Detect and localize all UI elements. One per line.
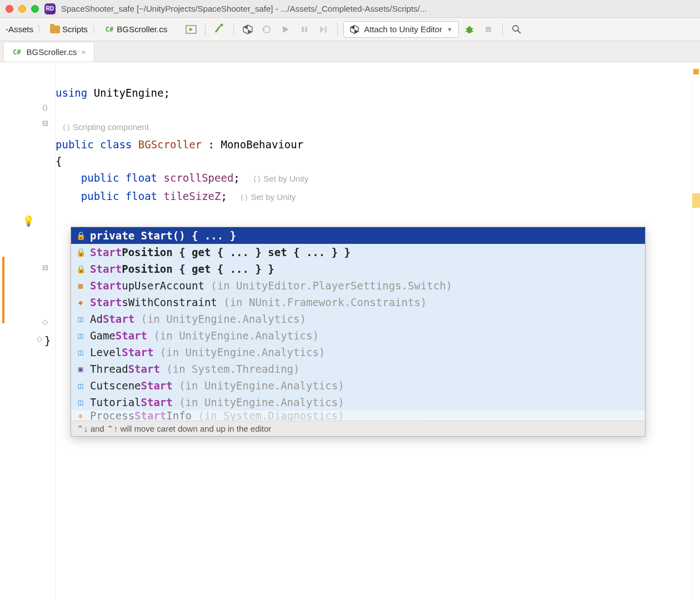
completion-item[interactable]: 🔒private Start() { ... } bbox=[71, 227, 645, 244]
warning-marker[interactable] bbox=[693, 69, 699, 74]
fold-end-icon[interactable]: ◇ bbox=[40, 317, 50, 327]
delegate-icon: ▣ bbox=[76, 364, 86, 374]
run-context-button[interactable] bbox=[183, 21, 199, 38]
field: scrollSpeed bbox=[164, 172, 234, 184]
close-window-button[interactable] bbox=[6, 5, 13, 13]
fold-toggle-icon[interactable]: ⊟ bbox=[40, 118, 50, 128]
svg-marker-3 bbox=[243, 25, 248, 29]
unity-logo-icon bbox=[349, 24, 359, 34]
completion-item[interactable]: ◫TutorialStart (in UnityEngine.Analytics… bbox=[71, 394, 645, 411]
completion-item[interactable]: 🔒StartPosition { get { ... } set { ... }… bbox=[71, 244, 645, 261]
svg-marker-13 bbox=[354, 29, 358, 33]
inlay-hint: Scripting component bbox=[73, 122, 149, 132]
close-tab-icon[interactable]: × bbox=[81, 47, 86, 57]
tab-label: BGScroller.cs bbox=[26, 47, 77, 57]
maximize-window-button[interactable] bbox=[31, 5, 39, 13]
lock-method-icon: 🔒 bbox=[76, 231, 86, 241]
build-button[interactable] bbox=[211, 21, 228, 38]
svg-line-18 bbox=[466, 31, 467, 32]
toolbar: -Assets 〉 Scripts 〉 C# BGScroller.cs At bbox=[0, 18, 700, 41]
stop-button[interactable] bbox=[480, 21, 497, 38]
step-button[interactable] bbox=[315, 21, 332, 38]
svg-point-14 bbox=[467, 27, 472, 33]
search-button[interactable] bbox=[508, 21, 525, 38]
gutter: ⟨⟩ ⊟ 💡 ⊟ ◇ ◇ } bbox=[8, 62, 56, 600]
svg-rect-7 bbox=[302, 27, 304, 32]
completion-item[interactable]: ◫GameStart (in UnityEngine.Analytics) bbox=[71, 327, 645, 344]
fold-end-icon[interactable]: ◇ bbox=[34, 333, 44, 343]
right-marker-strip[interactable] bbox=[692, 62, 700, 600]
class-name: BGScroller bbox=[138, 138, 202, 151]
lightbulb-icon[interactable]: 💡 bbox=[22, 215, 34, 227]
unity-gutter-icon[interactable]: ⟨⟩ bbox=[40, 102, 50, 112]
keyword: float bbox=[126, 190, 157, 202]
window-titlebar: RD SpaceShooter_safe [~/UnityProjects/Sp… bbox=[0, 0, 700, 18]
traffic-lights bbox=[6, 5, 39, 13]
app-icon: RD bbox=[44, 3, 56, 14]
keyword: float bbox=[126, 172, 157, 184]
chevron-down-icon: ▼ bbox=[447, 26, 453, 33]
completion-item[interactable]: 🔒StartPosition { get { ... } } bbox=[71, 261, 645, 277]
minimize-window-button[interactable] bbox=[18, 5, 26, 13]
refresh-button[interactable] bbox=[258, 21, 275, 38]
brace-close: } bbox=[44, 334, 51, 347]
svg-line-17 bbox=[472, 28, 473, 29]
tab-bgscroller[interactable]: C# BGScroller.cs × bbox=[3, 42, 94, 62]
namespace: UnityEngine bbox=[94, 87, 164, 99]
breadcrumb-seg-file[interactable]: C# BGScroller.cs bbox=[102, 23, 169, 35]
popup-hint: ⌃↓ and ⌃↑ will move caret down and up in… bbox=[71, 421, 645, 436]
unity-icon-button[interactable] bbox=[239, 21, 256, 38]
completion-item[interactable]: ◫AdStart (in UnityEngine.Analytics) bbox=[71, 311, 645, 327]
pause-button[interactable] bbox=[296, 21, 313, 38]
completion-item[interactable]: ▣ThreadStart (in System.Threading) bbox=[71, 361, 645, 377]
svg-marker-1 bbox=[189, 28, 193, 31]
struct-icon: ◫ bbox=[76, 397, 86, 407]
breadcrumb-label: BGScroller.cs bbox=[117, 24, 167, 34]
breadcrumb-sep: 〉 bbox=[91, 24, 101, 34]
toolbar-divider bbox=[337, 23, 338, 36]
svg-point-21 bbox=[513, 26, 518, 31]
breadcrumb-seg-assets[interactable]: -Assets bbox=[3, 23, 36, 35]
svg-line-19 bbox=[472, 31, 473, 32]
completion-item[interactable]: ◫CutsceneStart (in UnityEngine.Analytics… bbox=[71, 377, 645, 394]
debug-button[interactable] bbox=[461, 21, 478, 38]
inlay-hint: Set by Unity bbox=[251, 192, 296, 202]
left-change-strip bbox=[0, 62, 8, 600]
inlay-hint: Set by Unity bbox=[263, 174, 308, 183]
svg-line-22 bbox=[518, 31, 521, 33]
csharp-file-icon: C# bbox=[12, 48, 22, 56]
keyword: using bbox=[56, 87, 87, 99]
svg-rect-20 bbox=[486, 27, 491, 32]
struct-orange-icon: ◆ bbox=[76, 411, 86, 421]
breadcrumb-label: -Assets bbox=[6, 24, 33, 34]
svg-line-16 bbox=[466, 28, 467, 29]
breadcrumb-sep: 〉 bbox=[37, 24, 47, 34]
keyword: public bbox=[81, 190, 119, 202]
struct-icon: ◫ bbox=[76, 381, 86, 391]
csharp-file-icon: C# bbox=[104, 26, 114, 33]
editor-tabs: C# BGScroller.cs × bbox=[0, 41, 700, 62]
completion-popup: 🔒private Start() { ... }🔒StartPosition {… bbox=[71, 227, 646, 437]
completion-item[interactable]: ◆StartsWithConstraint (in NUnit.Framewor… bbox=[71, 294, 645, 311]
completion-item[interactable]: ▦StartupUserAccount (in UnityEditor.Play… bbox=[71, 277, 645, 294]
keyword: class bbox=[100, 138, 132, 151]
completion-item[interactable]: ◫LevelStart (in UnityEngine.Analytics) bbox=[71, 344, 645, 361]
change-marker bbox=[2, 257, 4, 323]
svg-marker-12 bbox=[351, 25, 354, 29]
completion-item[interactable]: ◆ProcessStartInfo (in System.Diagnostics… bbox=[71, 411, 645, 421]
svg-rect-10 bbox=[325, 26, 327, 33]
keyword: public bbox=[81, 172, 119, 184]
change-marker[interactable] bbox=[692, 193, 700, 208]
field: tileSizeZ bbox=[164, 190, 221, 202]
unity-hint-icon: ⟨⟩ bbox=[62, 123, 71, 132]
attach-label: Attach to Unity Editor bbox=[364, 24, 442, 34]
fold-toggle-icon[interactable]: ⊟ bbox=[40, 262, 50, 272]
window-title: SpaceShooter_safe [~/UnityProjects/Space… bbox=[61, 4, 694, 13]
lock-prop-icon: 🔒 bbox=[76, 247, 86, 257]
breadcrumb-seg-scripts[interactable]: Scripts bbox=[48, 23, 90, 35]
play-button[interactable] bbox=[277, 21, 294, 38]
attach-to-unity-dropdown[interactable]: Attach to Unity Editor ▼ bbox=[343, 21, 459, 38]
struct-icon: ◫ bbox=[76, 347, 86, 357]
struct-icon: ◫ bbox=[76, 314, 86, 324]
lock-prop-icon: 🔒 bbox=[76, 264, 86, 274]
